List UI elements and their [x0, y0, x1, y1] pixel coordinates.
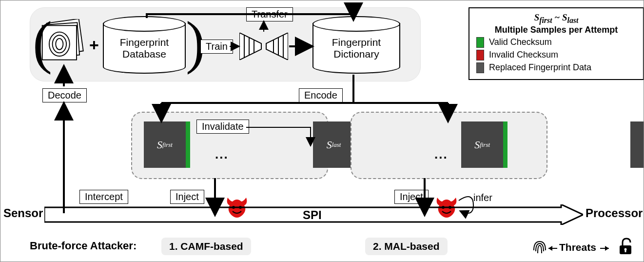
fingerprint-icon	[532, 239, 547, 259]
fingerprint-dictionary-label: Fingerprint Dictionary	[312, 37, 400, 60]
intercept-label: Intercept	[79, 190, 128, 204]
mal-sample-last: Slast	[630, 121, 644, 168]
processor-label: Processor	[585, 206, 643, 220]
decode-label: Decode	[42, 88, 87, 102]
unlock-icon	[618, 237, 634, 259]
valid-checksum-bar	[503, 121, 507, 168]
legend-row-replaced: Replaced Fingerprint Data	[476, 62, 636, 73]
camf-based-tag: 1. CAMF-based	[161, 238, 251, 255]
inject-camf-label: Inject	[170, 190, 204, 204]
inject-mal-label: Inject	[394, 190, 429, 204]
spi-bus-arrow	[44, 204, 583, 225]
legend-text-invalid: Invalid Checksum	[489, 50, 558, 60]
transfer-label: Transfer	[246, 7, 293, 21]
mal-sample-first: Sfirst	[461, 121, 507, 168]
sample-first-sub2: first	[480, 141, 490, 149]
fingerprint-dictionary: Fingerprint Dictionary	[312, 16, 400, 74]
legend-swatch-green	[476, 37, 484, 48]
valid-checksum-bar	[186, 121, 190, 168]
threats-arrows	[547, 243, 618, 253]
legend-text-valid: Valid Checksum	[489, 37, 552, 47]
camf-ellipsis: ...	[215, 147, 229, 162]
svg-marker-18	[44, 204, 583, 225]
sample-last-sub: last	[332, 141, 341, 149]
legend-row-valid: Valid Checksum	[476, 37, 636, 48]
plus-icon: +	[89, 36, 99, 55]
mal-sample-group	[351, 112, 547, 179]
autoencoder-icon	[239, 33, 288, 60]
legend-math-title: Sfirst ~ Slast	[476, 12, 636, 25]
encode-label: Encode	[299, 88, 343, 102]
sample-first-sub: first	[162, 141, 173, 149]
svg-marker-23	[548, 246, 552, 251]
svg-marker-6	[239, 33, 261, 60]
svg-rect-21	[625, 249, 626, 252]
fingerprint-database-label: Fingerprint Database	[103, 37, 186, 60]
mal-based-tag: 2. MAL-based	[365, 238, 448, 255]
svg-marker-25	[605, 246, 609, 251]
bruteforce-attacker-label: Brute-force Attacker:	[30, 240, 137, 252]
legend-title: Multiple Samples per Attempt	[476, 25, 636, 35]
legend-text-replaced: Replaced Fingerprint Data	[489, 62, 591, 73]
infer-label: infer	[473, 192, 492, 203]
fingerprint-database: Fingerprint Database	[103, 16, 186, 74]
camf-sample-first: Sfirst	[144, 121, 190, 168]
mal-ellipsis: ...	[434, 147, 448, 162]
train-label: Train	[200, 40, 233, 54]
sample-last-s: S	[327, 139, 332, 151]
legend-swatch-grey	[476, 62, 484, 73]
legend-swatch-red	[476, 50, 484, 60]
invalidate-label: Invalidate	[196, 120, 249, 134]
sample-first-s: S	[157, 139, 162, 151]
legend: Sfirst ~ Slast Multiple Samples per Atte…	[468, 7, 644, 80]
sample-first-s2: S	[474, 139, 480, 151]
svg-marker-7	[266, 33, 288, 60]
paren-left-icon: (	[33, 13, 52, 72]
sensor-label: Sensor	[3, 206, 43, 220]
legend-row-invalid: Invalid Checksum	[476, 50, 636, 60]
